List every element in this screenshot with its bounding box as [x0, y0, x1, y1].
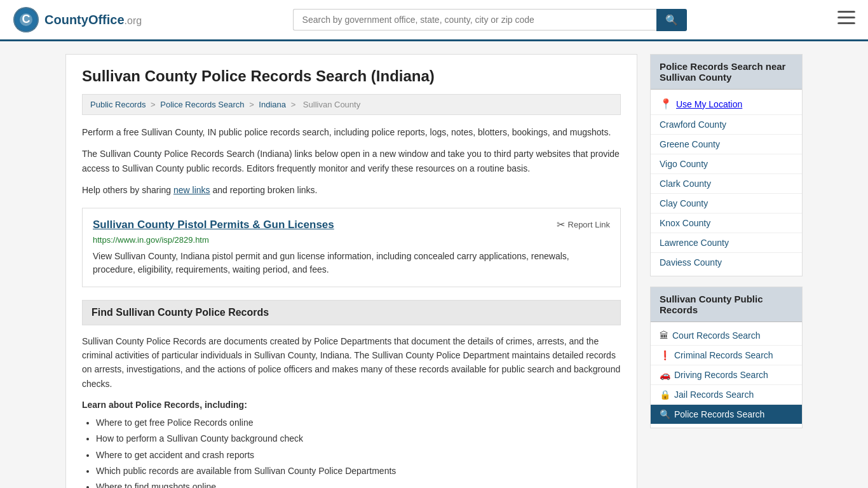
- page-title: Sullivan County Police Records Search (I…: [82, 67, 621, 85]
- sidebar-nearby-item-link[interactable]: Greene County: [660, 139, 720, 149]
- sidebar: Police Records Search near Sullivan Coun…: [650, 54, 803, 488]
- sidebar-use-location[interactable]: 📍Use My Location: [651, 93, 802, 115]
- sidebar-records-icon: ❗: [660, 350, 670, 360]
- logo-text: CountyOffice.org: [44, 13, 142, 27]
- sidebar-public-records-item-link[interactable]: Driving Records Search: [674, 370, 768, 380]
- sidebar-nearby-item[interactable]: Vigo County: [651, 154, 802, 174]
- learn-about-header: Learn about Police Records, including:: [82, 400, 621, 410]
- sidebar-public-records-item-link[interactable]: Criminal Records Search: [674, 350, 773, 360]
- learn-list-item: Where to find mugshots online: [96, 479, 621, 488]
- sidebar-nearby-item[interactable]: Clark County: [651, 174, 802, 194]
- find-section-header: Find Sullivan County Police Records: [82, 300, 621, 325]
- public-records-section: Sullivan County Public Records 🏛Court Re…: [650, 287, 803, 428]
- sidebar-nearby-item-link[interactable]: Knox County: [660, 218, 710, 228]
- sidebar-nearby-item-link[interactable]: Vigo County: [660, 159, 708, 169]
- search-input[interactable]: [293, 9, 656, 30]
- intro-text-1: Perform a free Sullivan County, IN publi…: [82, 125, 621, 139]
- breadcrumb-indiana[interactable]: Indiana: [259, 100, 286, 109]
- page-wrapper: Sullivan County Police Records Search (I…: [53, 41, 815, 488]
- learn-list-item: How to perform a Sullivan County backgro…: [96, 431, 621, 447]
- report-link-icon: ✂: [557, 219, 565, 231]
- sidebar-nearby-item-link[interactable]: Clark County: [660, 179, 711, 189]
- county-office-logo-icon: C: [13, 6, 39, 33]
- sidebar-records-icon: 🔒: [660, 390, 670, 400]
- search-area: 🔍: [293, 9, 687, 31]
- svg-text:C: C: [22, 13, 31, 25]
- nearby-section-body: 📍Use My LocationCrawford CountyGreene Co…: [651, 90, 802, 276]
- find-section-body: Sullivan County Police Records are docum…: [82, 334, 621, 391]
- logo-area[interactable]: C CountyOffice.org: [13, 6, 142, 33]
- record-link-description: View Sullivan County, Indiana pistol per…: [93, 250, 610, 276]
- new-links-link[interactable]: new links: [173, 185, 210, 195]
- sidebar-public-records-item[interactable]: ❗Criminal Records Search: [651, 346, 802, 365]
- sidebar-nearby-item-link[interactable]: Clay County: [660, 198, 708, 208]
- sidebar-use-location-label[interactable]: Use My Location: [676, 99, 742, 109]
- breadcrumb-police-records-search[interactable]: Police Records Search: [160, 100, 244, 109]
- svg-rect-7: [837, 22, 855, 24]
- sidebar-public-records-item[interactable]: 🚗Driving Records Search: [651, 365, 802, 385]
- sidebar-records-icon: 🔍: [660, 409, 670, 419]
- intro-text-2: The Sullivan County Police Records Searc…: [82, 147, 621, 175]
- sidebar-records-icon: 🚗: [660, 370, 670, 380]
- public-records-section-header: Sullivan County Public Records: [651, 287, 802, 322]
- nearby-section: Police Records Search near Sullivan Coun…: [650, 54, 803, 276]
- sidebar-nearby-item-link[interactable]: Crawford County: [660, 119, 726, 130]
- sidebar-nearby-item-link[interactable]: Daviess County: [660, 257, 722, 268]
- search-icon: 🔍: [665, 15, 678, 25]
- learn-list-item: Where to get free Police Records online: [96, 415, 621, 431]
- sidebar-public-records-item[interactable]: 🔒Jail Records Search: [651, 385, 802, 405]
- public-records-section-body: 🏛Court Records Search❗Criminal Records S…: [651, 322, 802, 428]
- search-button[interactable]: 🔍: [656, 9, 687, 31]
- sidebar-public-records-item[interactable]: 🏛Court Records Search: [651, 326, 802, 346]
- site-header: C CountyOffice.org 🔍: [0, 0, 868, 41]
- sidebar-public-records-item-link-active[interactable]: Police Records Search: [674, 409, 764, 419]
- sidebar-public-records-item-link[interactable]: Jail Records Search: [674, 390, 754, 400]
- record-link-block: Sullivan County Pistol Permits & Gun Lic…: [82, 208, 621, 287]
- breadcrumb-sullivan-county: Sullivan County: [303, 100, 360, 109]
- sidebar-public-records-item-link[interactable]: Court Records Search: [672, 330, 761, 341]
- main-content: Sullivan County Police Records Search (I…: [65, 54, 637, 488]
- location-pin-icon: 📍: [660, 98, 672, 110]
- intro-text-3: Help others by sharing new links and rep…: [82, 183, 621, 197]
- sidebar-nearby-item[interactable]: Crawford County: [651, 115, 802, 135]
- sidebar-nearby-item-link[interactable]: Lawrence County: [660, 238, 729, 248]
- sidebar-nearby-item[interactable]: Daviess County: [651, 253, 802, 272]
- breadcrumb: Public Records > Police Records Search >…: [82, 94, 621, 115]
- record-link-header: Sullivan County Pistol Permits & Gun Lic…: [93, 219, 610, 231]
- svg-rect-5: [837, 11, 855, 13]
- nearby-section-header: Police Records Search near Sullivan Coun…: [651, 55, 802, 90]
- report-link-button[interactable]: ✂ Report Link: [557, 219, 610, 231]
- breadcrumb-public-records[interactable]: Public Records: [90, 100, 146, 109]
- record-link-url[interactable]: https://www.in.gov/isp/2829.htm: [93, 235, 610, 245]
- record-link-title[interactable]: Sullivan County Pistol Permits & Gun Lic…: [93, 219, 334, 231]
- sidebar-nearby-item[interactable]: Knox County: [651, 214, 802, 233]
- svg-rect-6: [837, 17, 855, 18]
- learn-list-item: Which public records are available from …: [96, 463, 621, 479]
- learn-list-item: Where to get accident and crash reports: [96, 447, 621, 463]
- hamburger-menu-icon[interactable]: [837, 11, 855, 29]
- sidebar-nearby-item[interactable]: Greene County: [651, 135, 802, 154]
- learn-list: Where to get free Police Records onlineH…: [82, 415, 621, 488]
- sidebar-public-records-item-active[interactable]: 🔍Police Records Search: [651, 405, 802, 424]
- sidebar-nearby-item[interactable]: Clay County: [651, 194, 802, 214]
- sidebar-records-icon: 🏛: [660, 330, 668, 341]
- sidebar-nearby-item[interactable]: Lawrence County: [651, 233, 802, 253]
